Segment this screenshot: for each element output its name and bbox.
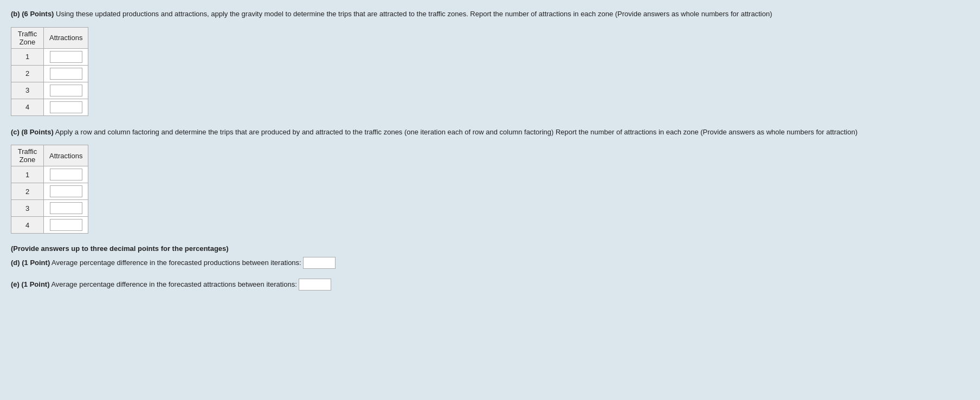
zone-1-attractions-cell-c <box>44 166 88 183</box>
zone-4-attractions-cell <box>44 99 88 115</box>
section-d-input[interactable] <box>303 257 336 269</box>
zone-2-label: 2 <box>11 65 44 82</box>
zone-3-attractions-input-b[interactable] <box>50 85 82 96</box>
section-e-body: Average percentage difference in the for… <box>50 280 297 288</box>
zone-3-attractions-cell-c <box>44 200 88 217</box>
table-row: 4 <box>11 99 88 115</box>
section-d-label: (d) (1 Point) <box>11 259 50 267</box>
zone-4-attractions-input-c[interactable] <box>50 219 82 231</box>
note-text: (Provide answers up to three decimal poi… <box>11 244 969 253</box>
zone-3-attractions-input-c[interactable] <box>50 202 82 214</box>
zone-2-attractions-cell-c <box>44 183 88 200</box>
section-b: (b) (6 Points) Using these updated produ… <box>11 9 969 116</box>
zone-1-attractions-input-b[interactable] <box>50 51 82 63</box>
zone-2-attractions-input-c[interactable] <box>50 185 82 197</box>
table-row: 4 <box>11 217 88 234</box>
table-c-col1-header: TrafficZone <box>11 145 44 166</box>
table-row: 3 <box>11 200 88 217</box>
zone-2-label-c: 2 <box>11 183 44 200</box>
section-e-text: (e) (1 Point) Average percentage differe… <box>11 279 969 291</box>
zone-3-label-c: 3 <box>11 200 44 217</box>
table-c-col2-header: Attractions <box>44 145 88 166</box>
zone-1-attractions-cell <box>44 48 88 65</box>
section-c-body: Apply a row and column factoring and det… <box>54 128 858 136</box>
table-row: 3 <box>11 82 88 99</box>
section-d-body: Average percentage difference in the for… <box>50 259 301 267</box>
zone-1-label-c: 1 <box>11 166 44 183</box>
table-row: 2 <box>11 65 88 82</box>
table-row: 2 <box>11 183 88 200</box>
zone-4-attractions-input-b[interactable] <box>50 101 82 113</box>
table-b-col2-header: Attractions <box>44 27 88 48</box>
section-d: (d) (1 Point) Average percentage differe… <box>11 257 969 269</box>
section-e-input[interactable] <box>299 279 331 291</box>
section-e-label: (e) (1 Point) <box>11 280 50 288</box>
table-row: 1 <box>11 48 88 65</box>
section-b-body: Using these updated productions and attr… <box>54 10 772 18</box>
zone-1-attractions-input-c[interactable] <box>50 169 82 180</box>
table-b: TrafficZone Attractions 1 2 3 4 <box>11 27 88 116</box>
zone-2-attractions-cell <box>44 65 88 82</box>
section-c-label: (c) (8 Points) <box>11 128 54 136</box>
section-b-text: (b) (6 Points) Using these updated produ… <box>11 9 969 20</box>
section-c-text: (c) (8 Points) Apply a row and column fa… <box>11 127 969 138</box>
section-e: (e) (1 Point) Average percentage differe… <box>11 279 969 291</box>
zone-4-label-c: 4 <box>11 217 44 234</box>
zone-2-attractions-input-b[interactable] <box>50 68 82 80</box>
zone-3-label: 3 <box>11 82 44 99</box>
zone-1-label: 1 <box>11 48 44 65</box>
zone-4-label: 4 <box>11 99 44 115</box>
section-c: (c) (8 Points) Apply a row and column fa… <box>11 127 969 234</box>
zone-3-attractions-cell <box>44 82 88 99</box>
zone-4-attractions-cell-c <box>44 217 88 234</box>
section-b-label: (b) (6 Points) <box>11 10 54 18</box>
section-d-text: (d) (1 Point) Average percentage differe… <box>11 257 969 269</box>
table-row: 1 <box>11 166 88 183</box>
table-b-col1-header: TrafficZone <box>11 27 44 48</box>
table-c: TrafficZone Attractions 1 2 3 4 <box>11 145 88 234</box>
